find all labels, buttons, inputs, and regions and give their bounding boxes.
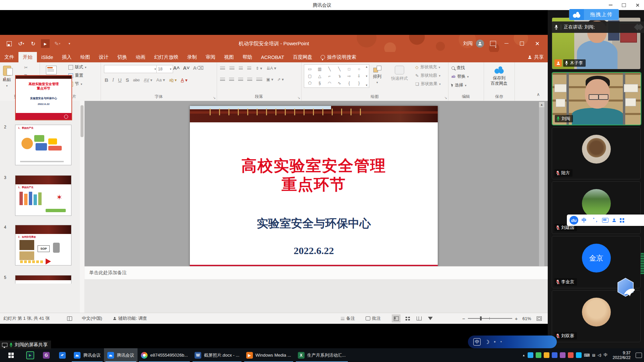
taskbar-clock[interactable]: 9:37 2022/6/22 bbox=[613, 351, 631, 360]
ppt-restore-button[interactable] bbox=[514, 35, 530, 52]
video-tile-participant-4[interactable]: 刘建国 bbox=[552, 181, 641, 234]
taskbar-image-file[interactable]: e874555495026b... bbox=[138, 348, 191, 362]
baidu-ime-logo[interactable]: du bbox=[570, 216, 578, 225]
language-indicator[interactable]: 中文(中国) bbox=[82, 313, 102, 324]
save-to-baidu-button[interactable]: 保存到百度网盘 bbox=[486, 63, 512, 86]
ppt-close-button[interactable] bbox=[530, 35, 545, 52]
decrease-font-button[interactable]: A˅ bbox=[183, 65, 190, 71]
accessibility-status[interactable]: 辅助功能: 调查 bbox=[113, 313, 147, 324]
taskbar-tencent-meeting-2[interactable]: 腾讯会议 bbox=[104, 348, 138, 362]
increase-indent-button[interactable] bbox=[247, 66, 251, 70]
decrease-indent-button[interactable] bbox=[239, 66, 243, 70]
taskbar-excel-doc[interactable]: X 生产月系列活动汇... bbox=[294, 348, 349, 362]
taskbar-wmp[interactable]: ▶ Windows Media ... bbox=[243, 348, 294, 362]
tab-view[interactable]: 视图 bbox=[220, 52, 238, 62]
ppt-minimize-button[interactable] bbox=[499, 35, 514, 52]
ime-status-popup[interactable]: 中 ☽ ✶ ✶ bbox=[468, 336, 557, 348]
tray-icon-red[interactable] bbox=[568, 352, 574, 358]
tab-animations[interactable]: 动画 bbox=[131, 52, 150, 62]
tab-help[interactable]: 帮助 bbox=[238, 52, 257, 62]
tray-icon-netdisk[interactable] bbox=[528, 352, 533, 358]
paragraph-dialog-launcher[interactable]: ↘ bbox=[298, 96, 300, 100]
reading-view-button[interactable] bbox=[415, 314, 423, 322]
ime-language-toggle[interactable]: 中 bbox=[582, 217, 587, 224]
thumbnail-scrollbar-thumb[interactable] bbox=[80, 105, 84, 137]
thumbnail-slide-1[interactable]: 高校实验室安全管理重点环节 实验室安全与环保中心 2022.6.22 bbox=[15, 75, 72, 120]
baidu-ime-toolbar[interactable]: du 中 ゜， bbox=[567, 215, 644, 226]
bold-button[interactable]: B bbox=[105, 77, 108, 83]
ink-button[interactable]: ✎▾ bbox=[53, 39, 62, 48]
shape-fill-button[interactable]: ◇形状填充▾ bbox=[415, 64, 441, 70]
change-case-button[interactable]: Aa ▾ bbox=[156, 77, 165, 82]
ime-account-icon[interactable] bbox=[612, 218, 616, 223]
font-dialog-launcher[interactable]: ↘ bbox=[213, 96, 216, 100]
notes-pane-empty[interactable] bbox=[85, 279, 548, 313]
zoom-in-button[interactable]: + bbox=[515, 316, 518, 321]
align-right-button[interactable] bbox=[238, 78, 243, 81]
slideshow-view-button[interactable] bbox=[426, 314, 435, 322]
action-center-icon[interactable] bbox=[636, 353, 642, 358]
thunder-desktop-icon[interactable] bbox=[616, 278, 635, 297]
arrange-button[interactable]: 排列▾ bbox=[373, 63, 381, 84]
collapse-ribbon-button[interactable]: ∧ bbox=[537, 92, 540, 97]
notes-placeholder[interactable]: 单击此处添加备注 bbox=[89, 270, 127, 276]
redo-button[interactable]: ↻ bbox=[29, 39, 38, 48]
ime-punctuation-toggle[interactable]: ゜， bbox=[590, 217, 599, 223]
tell-me-search[interactable]: 操作说明搜索 bbox=[317, 52, 360, 62]
tray-chevron-icon[interactable]: ▲ bbox=[522, 354, 525, 357]
quick-styles-button[interactable]: 快速样式 bbox=[391, 63, 408, 81]
zoom-level[interactable]: 61% bbox=[523, 316, 531, 321]
drawing-dialog-launcher[interactable]: ↘ bbox=[444, 96, 447, 100]
ime-menu-icon[interactable] bbox=[620, 218, 624, 223]
font-name-combobox[interactable]: ▾ bbox=[104, 65, 158, 73]
tab-slideshow[interactable]: 幻灯片放映 bbox=[150, 52, 183, 62]
comments-toggle[interactable]: 批注 bbox=[366, 313, 381, 324]
account-avatar[interactable] bbox=[476, 40, 484, 48]
justify-button[interactable] bbox=[247, 78, 252, 81]
notes-pane[interactable]: 单击此处添加备注 bbox=[85, 266, 548, 280]
smartart-convert-button[interactable]: ⇗ ▾ bbox=[277, 77, 284, 82]
align-left-button[interactable] bbox=[220, 78, 225, 81]
tray-icon-teal[interactable] bbox=[576, 352, 582, 358]
columns-button[interactable] bbox=[256, 78, 262, 81]
clear-formatting-button[interactable]: A⌫ bbox=[193, 65, 204, 71]
spellcheck-icon[interactable] bbox=[67, 313, 72, 324]
taskbar-potplayer[interactable]: ▶ bbox=[22, 348, 38, 362]
italic-button[interactable]: I bbox=[112, 77, 114, 83]
tab-file[interactable]: 文件 bbox=[0, 52, 18, 62]
video-tile-participant-6[interactable]: 刘双寨 bbox=[552, 290, 641, 342]
tray-icon-blue[interactable] bbox=[552, 352, 557, 358]
slide-sorter-view-button[interactable] bbox=[403, 314, 412, 322]
zoom-slider[interactable] bbox=[468, 318, 512, 319]
tray-icon-green[interactable] bbox=[536, 352, 541, 358]
slide-title[interactable]: 高校实验室安全管理 重点环节 bbox=[190, 156, 438, 194]
video-tile-participant-2[interactable]: 刘闯 bbox=[552, 72, 641, 125]
increase-font-button[interactable]: A˄ bbox=[173, 65, 180, 71]
tray-volume-icon[interactable]: ◁) bbox=[598, 353, 601, 357]
undo-button[interactable]: ↺▾ bbox=[17, 39, 25, 48]
fit-slide-button[interactable] bbox=[537, 316, 542, 321]
font-size-combobox[interactable]: 18▾ bbox=[156, 65, 173, 73]
highlight-color-button[interactable]: ab̲ ▾ bbox=[169, 78, 177, 82]
normal-view-button[interactable] bbox=[392, 314, 400, 322]
tab-insert[interactable]: 插入 bbox=[57, 52, 76, 62]
slide-scrollbar[interactable]: ▲ ▼ bbox=[539, 102, 544, 290]
slide-date[interactable]: 2022.6.22 bbox=[190, 245, 438, 256]
tray-display-icon[interactable]: ▤ bbox=[592, 353, 595, 357]
start-slideshow-button[interactable]: ▸ bbox=[41, 39, 50, 48]
tab-review[interactable]: 审阅 bbox=[201, 52, 220, 62]
replace-button[interactable]: ab替换▾ bbox=[451, 74, 469, 79]
tray-icon-orange[interactable] bbox=[544, 352, 549, 358]
strikethrough-button[interactable]: abe bbox=[133, 78, 140, 82]
shapes-scrollbar[interactable]: ▲▼▼̱ bbox=[364, 64, 369, 88]
scroll-up-icon[interactable]: ▲ bbox=[539, 102, 544, 107]
tab-acrobat[interactable]: ACROBAT bbox=[257, 52, 288, 62]
thunder-dock-widget[interactable] bbox=[641, 253, 644, 275]
find-button[interactable]: 查找 bbox=[451, 65, 469, 71]
paste-button[interactable]: 粘贴▾ bbox=[3, 63, 11, 87]
numbering-button[interactable] bbox=[229, 66, 234, 70]
taskbar-thunder[interactable] bbox=[54, 348, 70, 362]
meeting-close-button[interactable] bbox=[631, 0, 644, 10]
select-button[interactable]: 选择▾ bbox=[451, 82, 469, 88]
taskbar-pdf-app[interactable]: G bbox=[38, 348, 54, 362]
